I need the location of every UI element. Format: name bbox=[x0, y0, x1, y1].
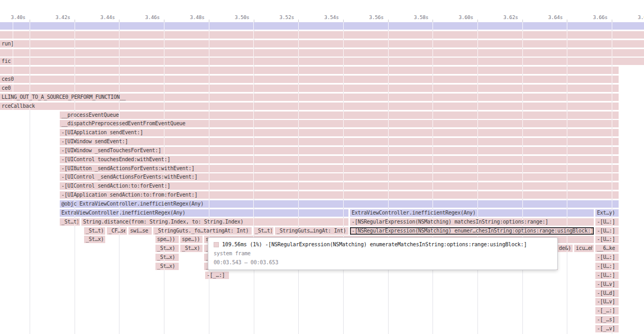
flame-bar[interactable]: run] bbox=[0, 40, 644, 48]
flame-bar-label: _St…t) bbox=[255, 227, 272, 235]
flame-bar[interactable]: _St…x) bbox=[84, 236, 105, 243]
flame-bar[interactable]: _St…x) bbox=[155, 254, 179, 261]
flame-bar[interactable]: -[UIControl _sendActionsForEvents:withEv… bbox=[60, 173, 619, 181]
flame-bar[interactable]: _St…t) bbox=[84, 227, 105, 235]
flame-bar[interactable] bbox=[0, 67, 619, 74]
flame-bar-label: -[U…d] bbox=[597, 290, 615, 297]
flame-bar[interactable]: ExtraViewController.inefficientRegex(Any… bbox=[350, 209, 594, 217]
flame-bar-label: -[UIApplication sendAction:to:from:forEv… bbox=[61, 191, 197, 199]
flame-bar-label: ce0 bbox=[2, 85, 11, 92]
tooltip-category: system frame bbox=[214, 251, 552, 256]
flame-bar-label: -[UIWindow _sendTouchesForEvent:] bbox=[61, 147, 161, 154]
flame-bar-label: _CF…se bbox=[108, 227, 125, 235]
flame-bar-label: -[U…:] bbox=[597, 272, 615, 279]
flame-bar[interactable]: Ext…y) bbox=[595, 209, 619, 217]
ruler-tick-label: 3.44s bbox=[78, 14, 115, 20]
flame-bar[interactable]: -[UIApplication sendAction:to:from:forEv… bbox=[60, 191, 619, 199]
flame-bar[interactable]: swi…se bbox=[128, 227, 152, 235]
flame-bar[interactable]: _StringGuts._fo…tartingAt: Int) bbox=[153, 227, 252, 235]
flame-bar[interactable]: -[UIControl sendAction:to:forEvent:] bbox=[60, 182, 619, 190]
flame-bar-label: rceCallback bbox=[2, 103, 35, 110]
flame-bar[interactable]: __dispatchPreprocessedEventFromEventQueu… bbox=[60, 120, 619, 127]
flame-bar[interactable]: -[UIButton _sendActionsForEvents:withEve… bbox=[60, 165, 619, 172]
flame-bar-label: _St…x) bbox=[157, 245, 175, 252]
flame-bar[interactable] bbox=[0, 31, 644, 39]
flame-bar[interactable] bbox=[0, 22, 644, 30]
flame-bar[interactable]: __processEventQueue bbox=[60, 112, 619, 119]
ruler-tick-label: 3.68s bbox=[615, 14, 644, 20]
category-color-swatch bbox=[214, 242, 219, 247]
flame-bar[interactable]: _StringGuts…ingAt: Int) bbox=[275, 227, 348, 235]
flame-bar-label: Ext…y) bbox=[597, 209, 615, 217]
flame-bar[interactable]: _St…t) bbox=[253, 227, 273, 235]
flame-bar-label: @objc ExtraViewController.inefficientReg… bbox=[61, 200, 204, 208]
flame-bar-label: run] bbox=[2, 40, 14, 48]
ruler-tick-label: 3.50s bbox=[213, 14, 250, 20]
flame-bar[interactable]: _CF…se bbox=[107, 227, 127, 235]
timeline-ruler[interactable]: 3.40s3.42s3.44s3.46s3.48s3.50s3.52s3.54s… bbox=[0, 0, 644, 22]
flame-bar-label: -[U…v] bbox=[597, 298, 615, 305]
flame-bar-label: -[UIControl sendAction:to:forEvent:] bbox=[61, 182, 170, 190]
flame-bar[interactable]: -[U…v] bbox=[595, 281, 619, 288]
flame-bar-label: __dispatchPreprocessedEventFromEventQueu… bbox=[61, 120, 186, 127]
flame-bar-label: -[UIControl _sendActionsForEvents:withEv… bbox=[61, 173, 197, 181]
flame-bar-label: -[_…s] bbox=[597, 316, 615, 323]
flame-bar[interactable]: -[U…:] bbox=[595, 218, 619, 226]
flame-bar[interactable]: -[NSRegularExpression(NSMatching) matche… bbox=[350, 218, 594, 226]
flame-bar-label: spe…)) bbox=[157, 236, 175, 243]
flame-bar[interactable]: -[U…:] bbox=[595, 227, 619, 235]
flame-bar-label: icu…e&) bbox=[576, 245, 592, 252]
flame-bar[interactable]: spe…)) bbox=[180, 236, 203, 243]
flame-bar-label: -[UIWindow sendEvent:] bbox=[61, 138, 128, 145]
flame-bar[interactable]: ce0 bbox=[0, 85, 619, 92]
flame-bar-label: _St…t) bbox=[86, 227, 104, 235]
flame-bar-label: -[UIButton _sendActionsForEvents:withEve… bbox=[61, 165, 195, 172]
flame-bar-label: LLING_OUT_TO_A_SOURCE0_PERFORM_FUNCTION_… bbox=[2, 94, 126, 101]
flame-bar[interactable]: -[U…:] bbox=[595, 254, 619, 261]
flame-bar-label: -[_…:] bbox=[597, 307, 615, 314]
ruler-tick-label: 3.42s bbox=[33, 14, 70, 20]
flame-bar[interactable]: -[_…:] bbox=[205, 272, 229, 279]
flame-bar-label: ces0 bbox=[2, 76, 14, 83]
flame-bar[interactable]: -[_…:] bbox=[595, 307, 619, 314]
flame-bar[interactable]: -[UIApplication sendEvent:] bbox=[60, 129, 619, 136]
ruler-tick-label: 3.48s bbox=[168, 14, 205, 20]
flame-bar[interactable]: -[U…:] bbox=[595, 263, 619, 270]
ruler-tick-label: 3.40s bbox=[0, 14, 25, 20]
flame-bar-selected[interactable]: -[NSRegularExpression(NSMatching) enumer… bbox=[350, 227, 594, 235]
flame-bar[interactable]: rceCallback bbox=[0, 103, 619, 110]
flame-bar[interactable]: fic bbox=[0, 58, 644, 65]
flame-bar[interactable]: _St…t) bbox=[60, 218, 80, 226]
flame-bar[interactable]: -[U…:] bbox=[595, 272, 619, 279]
flame-bar[interactable]: _St…x) bbox=[155, 263, 179, 270]
flame-bar[interactable]: spe…)) bbox=[155, 236, 179, 243]
flame-bar[interactable]: ces0 bbox=[0, 76, 619, 83]
flame-bar-label: -[U…:] bbox=[597, 218, 615, 226]
flame-bar-label: String.distance(from: String.Index, to: … bbox=[83, 218, 243, 226]
flame-bar[interactable]: -[_…s] bbox=[595, 316, 619, 323]
flame-bar[interactable]: -[_…v] bbox=[595, 325, 619, 332]
flame-bar[interactable]: String.distance(from: String.Index, to: … bbox=[81, 218, 348, 226]
flame-bar[interactable]: -[UIWindow sendEvent:] bbox=[60, 138, 619, 145]
flame-bar[interactable]: -[U…v] bbox=[595, 298, 619, 305]
flame-bar[interactable]: -[UIControl touchesEnded:withEvent:] bbox=[60, 156, 619, 163]
flame-bar[interactable]: _St…x) bbox=[155, 245, 179, 252]
ruler-tick-label: 3.66s bbox=[571, 14, 608, 20]
stack-chart: 3.40s3.42s3.44s3.46s3.48s3.50s3.52s3.54s… bbox=[0, 0, 644, 334]
flame-bar[interactable]: _St…x) bbox=[180, 245, 203, 252]
flame-bar-label: -[U…:] bbox=[597, 227, 615, 235]
flame-bar-label: -[U…:] bbox=[597, 236, 615, 243]
flame-bar-label: _St…t) bbox=[61, 218, 78, 226]
flame-bar-label: -[_…:] bbox=[207, 272, 225, 279]
flame-bar[interactable] bbox=[0, 49, 644, 57]
flame-bar[interactable]: @objc ExtraViewController.inefficientReg… bbox=[60, 200, 619, 208]
flame-bar[interactable]: -[U…d] bbox=[595, 290, 619, 297]
flame-bar[interactable]: ExtraViewController.inefficientRegex(Any… bbox=[60, 209, 348, 217]
flame-bar[interactable]: __6…ke bbox=[595, 245, 619, 252]
flame-bar[interactable]: -[U…:] bbox=[595, 236, 619, 243]
flame-bar-label: fic bbox=[2, 58, 11, 65]
flame-bar[interactable]: icu…e&) bbox=[574, 245, 594, 252]
flame-bar[interactable]: LLING_OUT_TO_A_SOURCE0_PERFORM_FUNCTION_… bbox=[0, 94, 619, 101]
ruler-tick-label: 3.62s bbox=[481, 14, 518, 20]
flame-bar[interactable]: -[UIWindow _sendTouchesForEvent:] bbox=[60, 147, 619, 154]
